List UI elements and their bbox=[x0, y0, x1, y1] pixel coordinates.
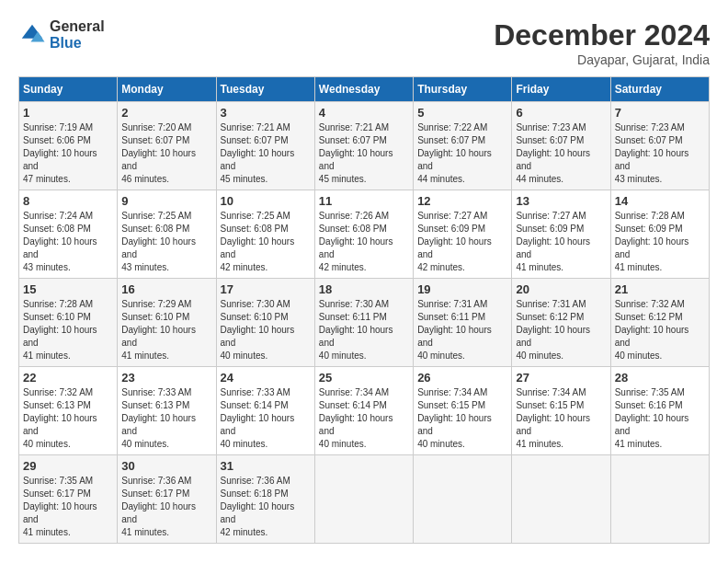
day-number: 17 bbox=[221, 282, 311, 296]
day-number: 26 bbox=[417, 371, 507, 385]
day-info: Sunrise: 7:34 AMSunset: 6:15 PMDaylight:… bbox=[516, 386, 606, 451]
day-number: 23 bbox=[121, 371, 211, 385]
table-row: 13Sunrise: 7:27 AMSunset: 6:09 PMDayligh… bbox=[512, 190, 610, 279]
page-header: General Blue December 2024 Dayapar, Guja… bbox=[18, 18, 710, 67]
table-row: 14Sunrise: 7:28 AMSunset: 6:09 PMDayligh… bbox=[610, 190, 709, 279]
title-block: December 2024 Dayapar, Gujarat, India bbox=[494, 18, 710, 67]
table-row bbox=[512, 455, 610, 544]
day-number: 3 bbox=[221, 106, 311, 120]
table-row bbox=[610, 455, 709, 544]
table-row: 16Sunrise: 7:29 AMSunset: 6:10 PMDayligh… bbox=[118, 279, 216, 367]
location: Dayapar, Gujarat, India bbox=[494, 52, 710, 67]
table-row bbox=[314, 455, 413, 544]
logo-icon bbox=[18, 21, 46, 49]
day-info: Sunrise: 7:19 AMSunset: 6:06 PMDaylight:… bbox=[23, 121, 113, 186]
calendar-row: 1Sunrise: 7:19 AMSunset: 6:06 PMDaylight… bbox=[19, 102, 710, 190]
day-number: 1 bbox=[23, 106, 113, 120]
day-info: Sunrise: 7:25 AMSunset: 6:08 PMDaylight:… bbox=[121, 210, 211, 274]
table-row: 24Sunrise: 7:33 AMSunset: 6:14 PMDayligh… bbox=[216, 367, 314, 455]
day-number: 13 bbox=[516, 194, 606, 208]
day-number: 21 bbox=[615, 282, 705, 296]
day-info: Sunrise: 7:31 AMSunset: 6:12 PMDaylight:… bbox=[516, 298, 606, 362]
calendar-row: 22Sunrise: 7:32 AMSunset: 6:13 PMDayligh… bbox=[19, 367, 710, 455]
day-number: 28 bbox=[615, 371, 705, 385]
table-row: 11Sunrise: 7:26 AMSunset: 6:08 PMDayligh… bbox=[314, 190, 413, 279]
table-row: 7Sunrise: 7:23 AMSunset: 6:07 PMDaylight… bbox=[610, 102, 709, 190]
table-row: 30Sunrise: 7:36 AMSunset: 6:17 PMDayligh… bbox=[118, 455, 216, 544]
day-info: Sunrise: 7:29 AMSunset: 6:10 PMDaylight:… bbox=[121, 298, 211, 362]
table-row: 9Sunrise: 7:25 AMSunset: 6:08 PMDaylight… bbox=[118, 190, 216, 279]
table-row: 5Sunrise: 7:22 AMSunset: 6:07 PMDaylight… bbox=[414, 102, 512, 190]
table-row: 31Sunrise: 7:36 AMSunset: 6:18 PMDayligh… bbox=[216, 455, 314, 544]
day-info: Sunrise: 7:25 AMSunset: 6:08 PMDaylight:… bbox=[221, 210, 311, 274]
day-number: 5 bbox=[417, 106, 507, 120]
table-row: 3Sunrise: 7:21 AMSunset: 6:07 PMDaylight… bbox=[216, 102, 314, 190]
day-number: 12 bbox=[417, 194, 507, 208]
day-info: Sunrise: 7:21 AMSunset: 6:07 PMDaylight:… bbox=[221, 121, 311, 186]
day-number: 16 bbox=[121, 282, 211, 296]
day-info: Sunrise: 7:23 AMSunset: 6:07 PMDaylight:… bbox=[516, 121, 606, 186]
day-number: 27 bbox=[516, 371, 606, 385]
day-info: Sunrise: 7:36 AMSunset: 6:17 PMDaylight:… bbox=[121, 475, 211, 539]
day-info: Sunrise: 7:36 AMSunset: 6:18 PMDaylight:… bbox=[221, 475, 311, 539]
day-info: Sunrise: 7:20 AMSunset: 6:07 PMDaylight:… bbox=[121, 121, 211, 186]
day-info: Sunrise: 7:31 AMSunset: 6:11 PMDaylight:… bbox=[417, 298, 507, 362]
day-info: Sunrise: 7:34 AMSunset: 6:15 PMDaylight:… bbox=[417, 386, 507, 451]
day-number: 2 bbox=[121, 106, 211, 120]
table-row: 4Sunrise: 7:21 AMSunset: 6:07 PMDaylight… bbox=[314, 102, 413, 190]
day-number: 15 bbox=[23, 282, 113, 296]
day-number: 24 bbox=[221, 371, 311, 385]
day-info: Sunrise: 7:30 AMSunset: 6:10 PMDaylight:… bbox=[221, 298, 311, 362]
day-number: 18 bbox=[319, 282, 409, 296]
day-info: Sunrise: 7:28 AMSunset: 6:10 PMDaylight:… bbox=[23, 298, 113, 362]
header-wednesday: Wednesday bbox=[314, 77, 413, 102]
day-info: Sunrise: 7:34 AMSunset: 6:14 PMDaylight:… bbox=[319, 386, 409, 451]
table-row: 27Sunrise: 7:34 AMSunset: 6:15 PMDayligh… bbox=[512, 367, 610, 455]
table-row: 12Sunrise: 7:27 AMSunset: 6:09 PMDayligh… bbox=[414, 190, 512, 279]
day-number: 9 bbox=[121, 194, 211, 208]
calendar-row: 29Sunrise: 7:35 AMSunset: 6:17 PMDayligh… bbox=[19, 455, 710, 544]
calendar-row: 15Sunrise: 7:28 AMSunset: 6:10 PMDayligh… bbox=[19, 279, 710, 367]
table-row: 15Sunrise: 7:28 AMSunset: 6:10 PMDayligh… bbox=[19, 279, 118, 367]
table-row: 26Sunrise: 7:34 AMSunset: 6:15 PMDayligh… bbox=[414, 367, 512, 455]
day-info: Sunrise: 7:23 AMSunset: 6:07 PMDaylight:… bbox=[615, 121, 705, 186]
day-info: Sunrise: 7:22 AMSunset: 6:07 PMDaylight:… bbox=[417, 121, 507, 186]
day-info: Sunrise: 7:35 AMSunset: 6:16 PMDaylight:… bbox=[615, 386, 705, 451]
day-info: Sunrise: 7:28 AMSunset: 6:09 PMDaylight:… bbox=[615, 210, 705, 274]
table-row: 25Sunrise: 7:34 AMSunset: 6:14 PMDayligh… bbox=[314, 367, 413, 455]
table-row: 10Sunrise: 7:25 AMSunset: 6:08 PMDayligh… bbox=[216, 190, 314, 279]
table-row: 22Sunrise: 7:32 AMSunset: 6:13 PMDayligh… bbox=[19, 367, 118, 455]
day-info: Sunrise: 7:27 AMSunset: 6:09 PMDaylight:… bbox=[417, 210, 507, 274]
table-row: 17Sunrise: 7:30 AMSunset: 6:10 PMDayligh… bbox=[216, 279, 314, 367]
day-number: 19 bbox=[417, 282, 507, 296]
day-number: 31 bbox=[221, 459, 311, 473]
day-info: Sunrise: 7:33 AMSunset: 6:14 PMDaylight:… bbox=[221, 386, 311, 451]
day-info: Sunrise: 7:35 AMSunset: 6:17 PMDaylight:… bbox=[23, 475, 113, 539]
table-row: 21Sunrise: 7:32 AMSunset: 6:12 PMDayligh… bbox=[610, 279, 709, 367]
day-number: 22 bbox=[23, 371, 113, 385]
header-friday: Friday bbox=[512, 77, 610, 102]
table-row: 23Sunrise: 7:33 AMSunset: 6:13 PMDayligh… bbox=[118, 367, 216, 455]
calendar-table: Sunday Monday Tuesday Wednesday Thursday… bbox=[18, 76, 710, 544]
day-number: 14 bbox=[615, 194, 705, 208]
day-number: 10 bbox=[221, 194, 311, 208]
table-row: 2Sunrise: 7:20 AMSunset: 6:07 PMDaylight… bbox=[118, 102, 216, 190]
day-number: 20 bbox=[516, 282, 606, 296]
logo-blue: Blue bbox=[50, 35, 105, 52]
header-saturday: Saturday bbox=[610, 77, 709, 102]
table-row: 1Sunrise: 7:19 AMSunset: 6:06 PMDaylight… bbox=[19, 102, 118, 190]
day-info: Sunrise: 7:27 AMSunset: 6:09 PMDaylight:… bbox=[516, 210, 606, 274]
table-row: 18Sunrise: 7:30 AMSunset: 6:11 PMDayligh… bbox=[314, 279, 413, 367]
day-info: Sunrise: 7:21 AMSunset: 6:07 PMDaylight:… bbox=[319, 121, 409, 186]
day-info: Sunrise: 7:26 AMSunset: 6:08 PMDaylight:… bbox=[319, 210, 409, 274]
day-number: 30 bbox=[121, 459, 211, 473]
day-number: 11 bbox=[319, 194, 409, 208]
day-number: 29 bbox=[23, 459, 113, 473]
day-info: Sunrise: 7:32 AMSunset: 6:12 PMDaylight:… bbox=[615, 298, 705, 362]
table-row: 19Sunrise: 7:31 AMSunset: 6:11 PMDayligh… bbox=[414, 279, 512, 367]
table-row bbox=[414, 455, 512, 544]
header-tuesday: Tuesday bbox=[216, 77, 314, 102]
logo-text: General Blue bbox=[50, 18, 105, 51]
table-row: 6Sunrise: 7:23 AMSunset: 6:07 PMDaylight… bbox=[512, 102, 610, 190]
table-row: 8Sunrise: 7:24 AMSunset: 6:08 PMDaylight… bbox=[19, 190, 118, 279]
